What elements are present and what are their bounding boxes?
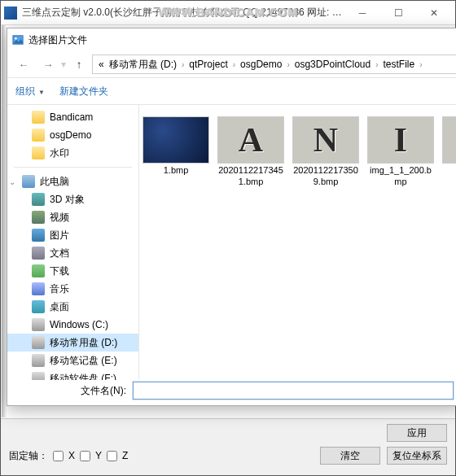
file-item[interactable]: 1.bmp <box>142 116 209 177</box>
tree-label: 此电脑 <box>40 175 69 189</box>
up-button[interactable]: ↑ <box>68 55 90 74</box>
axis-x-checkbox[interactable] <box>53 451 64 461</box>
breadcrumb[interactable]: « 移动常用盘 (D:)› qtProject› osgDemo› osg3DP… <box>92 55 456 74</box>
tree-label: Windows (C:) <box>50 319 108 330</box>
axis-z-checkbox[interactable] <box>107 451 117 461</box>
down-icon <box>32 264 45 277</box>
crumb-seg[interactable]: 移动常用盘 (D:) <box>107 58 179 72</box>
crumb-overflow[interactable]: « <box>96 59 107 70</box>
thumbnail: A <box>217 116 284 164</box>
thumbnail <box>442 116 456 164</box>
tree-label: 下载 <box>50 264 69 278</box>
dialog-titlebar: 选择图片文件 <box>7 28 456 51</box>
file-item[interactable]: im <box>442 116 456 177</box>
dialog-toolbar: 组织▼ 新建文件夹 <box>7 77 456 105</box>
tree-label: 桌面 <box>50 300 69 314</box>
tree-item[interactable]: 下载 <box>7 262 138 280</box>
expand-icon[interactable]: ⌄ <box>9 177 15 186</box>
file-item[interactable]: A20201122173451.bmp <box>217 116 284 188</box>
file-name: 20201122173451.bmp <box>218 165 283 188</box>
desk-icon <box>32 300 45 313</box>
axis-y-checkbox[interactable] <box>80 451 90 461</box>
drive-icon <box>32 354 45 367</box>
filename-label: 文件名(N): <box>81 384 126 398</box>
app-icon <box>4 7 17 20</box>
axis-x-label: X <box>68 450 75 461</box>
tree-item[interactable]: 水印 <box>7 144 138 162</box>
tree-item[interactable]: osgDemo <box>7 126 138 144</box>
file-name: img_1_1_200.bmp <box>370 165 432 188</box>
axis-z-label: Z <box>122 450 128 461</box>
folder-icon <box>32 146 45 159</box>
file-item[interactable]: N20201122173509.bmp <box>292 116 359 188</box>
crumb-seg[interactable]: osgDemo <box>238 59 284 70</box>
pc-icon <box>22 175 35 188</box>
filename-input[interactable] <box>133 382 454 400</box>
tree-item[interactable]: 音乐 <box>7 280 138 298</box>
file-name: 20201122173509.bmp <box>293 165 358 188</box>
tree-label: Bandicam <box>50 111 93 123</box>
file-list[interactable]: 1.bmpA20201122173451.bmpN20201122173509.… <box>139 105 456 380</box>
path-bar: ← → ▾ ↑ « 移动常用盘 (D:)› qtProject› osgDemo… <box>7 51 456 77</box>
watermark: WWW.BANDICAM.COM <box>158 6 298 19</box>
tree-item[interactable]: 移动笔记盘 (E:) <box>7 352 138 369</box>
thumbnail: N <box>292 116 359 164</box>
crumb-seg[interactable]: testFile <box>381 59 418 70</box>
drive-icon <box>32 318 45 331</box>
separator <box>14 167 132 168</box>
forward-button[interactable]: → <box>37 55 59 74</box>
clear-button[interactable]: 清空 <box>320 447 380 465</box>
doc-icon <box>32 247 45 260</box>
tree-label: 音乐 <box>50 282 69 296</box>
minimize-button[interactable]: ─ <box>344 2 380 24</box>
tree-item[interactable]: 3D 对象 <box>7 190 138 208</box>
crumb-seg[interactable]: qtProject <box>186 59 230 70</box>
close-button[interactable]: ✕ <box>416 2 452 24</box>
image-icon <box>12 34 24 46</box>
file-open-dialog: 选择图片文件 ← → ▾ ↑ « 移动常用盘 (D:)› qtProject› … <box>7 28 456 406</box>
tree-label: 移动笔记盘 (E:) <box>50 354 117 368</box>
back-button[interactable]: ← <box>12 55 35 74</box>
folder-icon <box>32 111 45 124</box>
tree-item-this-pc[interactable]: ⌄此电脑 <box>7 172 138 190</box>
filename-row: 文件名(N): <box>7 376 456 405</box>
axis-y-label: Y <box>95 450 102 461</box>
obj3d-icon <box>32 193 45 206</box>
apply-button[interactable]: 应用 <box>387 424 447 442</box>
tree-item[interactable]: 文档 <box>7 244 138 262</box>
folder-icon <box>32 129 45 142</box>
axis-label: 固定轴： <box>9 449 48 463</box>
reset-button[interactable]: 复位坐标系 <box>387 447 447 465</box>
crumb-seg[interactable]: osg3DPointCloud <box>292 59 373 70</box>
organize-button[interactable]: 组织▼ <box>15 85 45 98</box>
tree-label: 移动常用盘 (D:) <box>50 336 117 350</box>
music-icon <box>32 282 45 295</box>
tree-label: 图片 <box>50 229 69 242</box>
thumbnail <box>142 116 209 164</box>
drive-icon <box>32 336 45 349</box>
sidebar: BandicamosgDemo水印⌄此电脑3D 对象视频图片文档下载音乐桌面Wi… <box>7 105 139 380</box>
maximize-button[interactable]: ☐ <box>380 2 416 24</box>
bottom-toolbar: 应用 固定轴： X Y Z 清空 复位坐标系 <box>1 418 455 475</box>
tree-item[interactable]: 视频 <box>7 208 138 226</box>
pic-icon <box>32 229 45 242</box>
dialog-title: 选择图片文件 <box>28 33 87 47</box>
file-item[interactable]: Iimg_1_1_200.bmp <box>367 116 434 188</box>
tree-label: 文档 <box>50 247 69 260</box>
tree-label: osgDemo <box>50 129 91 141</box>
file-name: 1.bmp <box>164 165 189 177</box>
tree-label: 视频 <box>50 211 69 225</box>
tree-item[interactable]: 桌面 <box>7 298 138 316</box>
thumbnail: I <box>367 116 434 164</box>
new-folder-button[interactable]: 新建文件夹 <box>59 85 108 98</box>
video-icon <box>32 211 45 224</box>
tree-item[interactable]: 图片 <box>7 226 138 244</box>
tree-label: 水印 <box>50 146 69 160</box>
tree-item[interactable]: Windows (C:) <box>7 316 138 334</box>
svg-point-1 <box>15 37 17 40</box>
tree-item[interactable]: Bandicam <box>7 108 138 126</box>
tree-label: 3D 对象 <box>50 193 85 207</box>
tree-item[interactable]: 移动常用盘 (D:) <box>7 334 138 352</box>
